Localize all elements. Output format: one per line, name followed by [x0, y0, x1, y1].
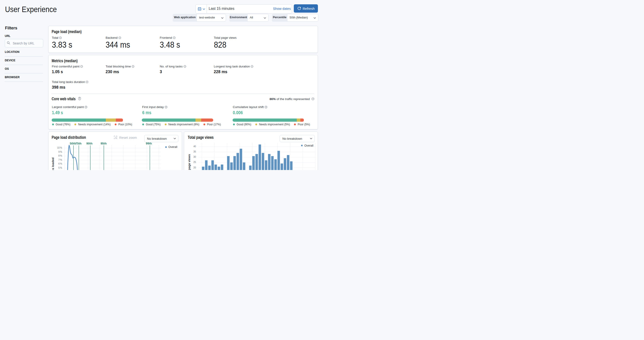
svg-text:?: ? [79, 97, 80, 100]
svg-text:?: ? [132, 66, 134, 68]
svg-text:?: ? [60, 37, 61, 39]
svg-text:?: ? [252, 66, 252, 68]
svg-text:?: ? [312, 98, 314, 100]
svg-text:?: ? [166, 106, 166, 108]
svg-text:?: ? [81, 66, 82, 68]
svg-text:?: ? [119, 37, 120, 39]
svg-text:?: ? [265, 106, 266, 108]
svg-text:?: ? [174, 37, 175, 39]
svg-text:?: ? [184, 66, 186, 68]
svg-text:?: ? [87, 81, 88, 83]
svg-text:?: ? [86, 106, 87, 108]
